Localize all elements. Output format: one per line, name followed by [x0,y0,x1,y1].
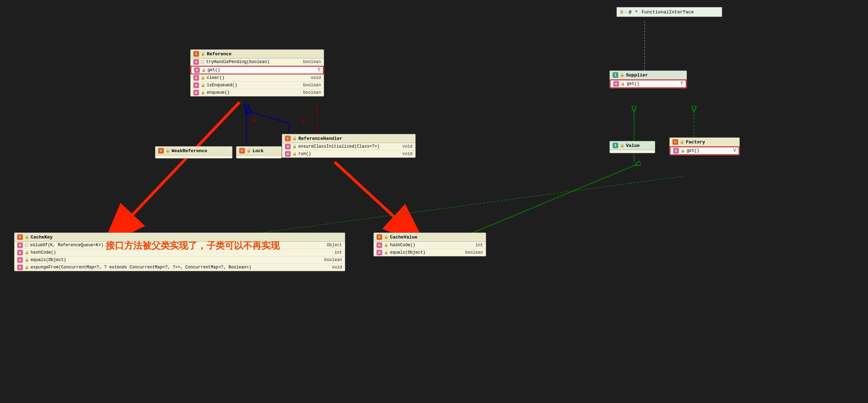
supplier-lock: 🔒 [620,73,624,77]
sup-badge-m: m [613,81,619,87]
reference-badge-c: C [193,51,199,57]
row-method: isEnqueued() [207,83,237,88]
ck-return4: void [332,265,342,270]
diagram-canvas: ⊕ ⊕ @ ✳ @ ＊ FunctionalInterface C 🔒 Refe… [0,0,868,403]
reference-header: C 🔒 Reference [191,50,324,58]
lock-lock: 🔒 [247,149,251,153]
lock-box: C 🔒 Lock [236,146,282,159]
reference-lock: 🔒 [201,52,205,56]
arrows-layer: ⊕ ⊕ [0,0,868,403]
rh-header: C 🔒 ReferenceHandler [282,134,415,143]
ck-method: valueOf(K, ReferenceQueue<K>) [30,243,104,248]
row-badge-m: m [193,82,199,88]
annotation-star: ✳ [625,10,627,14]
value-lock: 🔒 [620,143,624,148]
rh-method2: run() [298,151,311,156]
cv-lock3: 🔒 [384,250,388,255]
cv-lock: 🔒 [384,235,388,239]
factory-name: Factory [686,140,705,145]
sup-method: get() [627,81,639,86]
row-return: void [311,75,321,80]
cv-return: int [475,243,483,248]
row-method: tryHandlePending(boolean) [206,60,269,64]
cv-lock2: 🔒 [384,243,388,247]
row-method: clear() [207,75,224,80]
fac-lock: 🔒 [681,149,685,153]
ck-badge-m: m [17,242,23,248]
annotation-at: @ [620,10,623,15]
reference-name: Reference [207,51,231,57]
functional-interface-box: @ ✳ @ ＊ FunctionalInterface [616,7,722,17]
cv-header: C 🔒 CacheValue [374,233,486,242]
ck-badge-m2: m [17,250,23,255]
value-header: I 🔒 Value [610,141,655,150]
row-method: enqueue() [207,90,230,95]
row-return: boolean [303,90,321,95]
row-method: get() [207,68,220,73]
row-return: boolean [303,83,321,88]
row-return: boolean [303,60,321,64]
cv-return2: boolean [465,250,483,255]
row-lock: 🔒 [201,76,205,80]
wr-badge-c: C [158,148,164,154]
ck-method2: hashCode() [31,250,56,255]
ck-lock2: 🔒 [25,250,29,255]
cv-name: CacheValue [390,235,417,240]
sup-lock: 🔒 [621,82,625,86]
ck-return3: boolean [324,258,342,262]
row-lock: 🔒 [202,68,206,72]
cv-method: hashCode() [390,243,415,248]
rh-return: void [402,144,413,149]
referencehandler-box: C 🔒 ReferenceHandler m 🔒 ensureClassInit… [282,134,416,158]
chinese-annotation: 接口方法被父类实现了，子类可以不再实现 [106,240,280,252]
ck-method4: expungeFrom(ConcurrentMap<?, ? extends C… [31,265,252,270]
wr-name: WeakReference [172,148,207,154]
rh-badge-m: m [285,144,291,149]
ck-return: Object [327,243,342,248]
fac-method: get() [687,148,699,153]
lock-name: Lock [253,148,264,154]
rh-badge-m2: m [285,151,291,157]
row-badge-m: m [194,67,200,73]
supplier-header: I 🔒 Supplier [610,71,687,80]
ck-badge-c: C [17,234,23,240]
cv-badge-m2: m [377,250,382,255]
rh-row-ensure: m 🔒 ensureClassInitialized(Class<?>) voi… [282,143,415,150]
cv-method2: equals(Object) [390,250,426,255]
row-badge-m: m [193,90,199,95]
row-badge-m: m [193,59,199,65]
reference-row-clear: m 🔒 clear() void [191,74,324,82]
value-badge-i: I [613,143,618,148]
cv-row-equals: m 🔒 equals(Object) boolean [374,249,486,256]
reference-row-1: m tryHandlePending(boolean) boolean [191,58,324,66]
rh-name: ReferenceHandler [298,136,342,141]
annotation-label: @ ＊ FunctionalInterface [629,9,694,15]
supplier-badge-i: I [613,72,618,78]
rh-lock3: 🔒 [292,152,297,156]
rh-lock: 🔒 [292,136,297,141]
fac-badge-m: m [673,148,679,154]
row-lock: 🔒 [201,91,205,95]
row-lock: 🔒 [201,83,205,87]
ck-dot [25,243,28,247]
supplier-name: Supplier [626,73,648,78]
factory-badge-c: C [672,139,678,145]
svg-text:⊕: ⊕ [252,117,256,124]
factory-lock: 🔒 [680,140,684,144]
fac-return: V [733,148,736,153]
svg-line-6 [106,102,240,243]
ck-lock: 🔒 [25,235,29,239]
reference-row-isenqueued: m 🔒 isEnqueued() boolean [191,82,324,89]
wr-lock: 🔒 [166,149,170,153]
sup-return: T [681,81,683,86]
weakreference-header: C 🔒 WeakReference [155,147,232,155]
rh-row-run: m 🔒 run() void [282,150,415,157]
lock-header: C 🔒 Lock [236,147,281,155]
ck-return2: int [334,250,342,255]
ck-lock3: 🔒 [25,258,29,262]
cachevalue-box: C 🔒 CacheValue m 🔒 hashCode() int m 🔒 eq… [373,232,486,256]
weakreference-box: C 🔒 WeakReference [155,146,232,159]
factory-row-get: m 🔒 get() V [670,147,739,155]
cv-row-hashcode: m 🔒 hashCode() int [374,242,486,249]
rh-lock2: 🔒 [292,144,297,149]
